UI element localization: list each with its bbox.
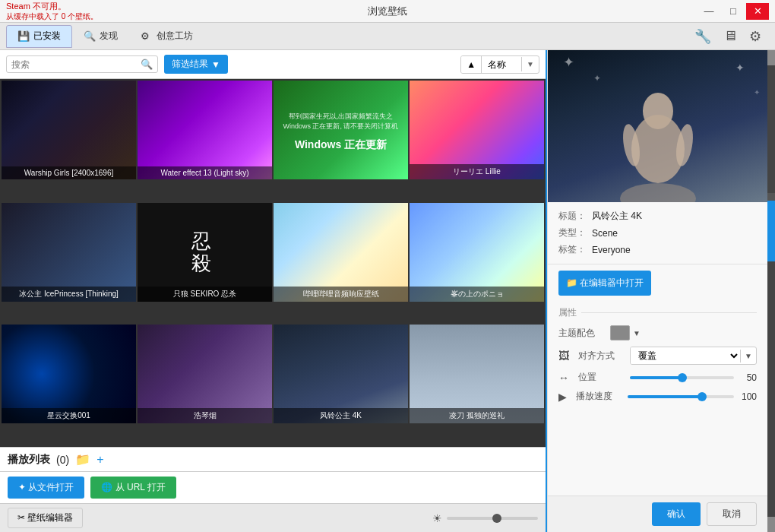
grid-item-8[interactable]: 峯の上のポニョ (410, 203, 544, 302)
playlist-area: 播放列表 (0) 📁 + (0, 447, 546, 471)
scrollbar[interactable] (767, 50, 775, 532)
tab-discover[interactable]: 🔍 发现 (72, 25, 129, 48)
settings-icon[interactable]: ⚙ (749, 28, 761, 45)
sort-select[interactable]: 名称 日期 评分 (482, 57, 521, 72)
maximize-button[interactable]: □ (722, 3, 745, 20)
brightness-slider[interactable] (447, 517, 538, 520)
confirm-button[interactable]: 确认 (652, 502, 701, 526)
main-area: 🔍 筛选结果 ▼ ▲ 名称 日期 评分 ▼ (0, 50, 775, 532)
info-title-label: 标题： (558, 210, 592, 223)
grid-item-10[interactable]: 浩琴烟 (138, 325, 272, 423)
steam-sub: 从缓存中载入了 0 个壁纸。 (6, 11, 98, 21)
from-url-button[interactable]: 🌐 从 URL 打开 (90, 477, 176, 499)
playlist-count: (0) (56, 454, 69, 466)
speed-value: 100 (739, 391, 757, 402)
figure-svg (590, 81, 726, 202)
close-button[interactable]: ✕ (746, 3, 769, 20)
grid-item-2[interactable]: Water effect 13 (Light sky) (138, 81, 272, 179)
position-label: 位置 (578, 371, 624, 384)
speed-slider[interactable] (628, 395, 734, 398)
grid-item-4[interactable]: リーリエ Lillie (410, 81, 544, 179)
installed-icon: 💾 (17, 30, 30, 43)
properties-section: 属性 主题配色 ▼ 🖼 对齐方式 (548, 302, 767, 413)
from-file-button[interactable]: ✦ 从文件打开 (8, 477, 84, 499)
brightness-icon: ☀ (432, 512, 442, 524)
wrench-icon[interactable]: 🔧 (694, 28, 711, 45)
align-select[interactable]: 覆盖 拉伸 居中 适应 (631, 347, 740, 364)
toolbar-right: 🔧 🖥 ⚙ (694, 28, 769, 45)
playlist-add-button[interactable]: + (96, 453, 103, 467)
theme-color-label: 主题配色 (558, 327, 604, 340)
swatch-arrow[interactable]: ▼ (633, 329, 641, 337)
app-container: 💾 已安装 🔍 发现 ⚙ 创意工坊 🔧 🖥 ⚙ 🔍 (0, 23, 775, 532)
info-row-type: 类型： Scene (558, 226, 757, 239)
grid-item-9[interactable]: 星云交换001 (2, 325, 136, 423)
svg-point-2 (620, 183, 696, 202)
grid-item-5[interactable]: 冰公主 IcePrincess [Thinking] (2, 203, 136, 302)
cancel-button[interactable]: 取消 (707, 502, 757, 526)
info-row-tag: 标签： Everyone (558, 243, 757, 256)
position-icon: ↔ (558, 372, 569, 384)
wallpaper-grid: Warship Girls [2400x1696] Water effect 1… (0, 79, 546, 447)
tab-discover-label: 发现 (100, 30, 118, 43)
sparkle-4: ✦ (754, 88, 760, 97)
editor-button[interactable]: ✂ 壁纸编辑器 (8, 508, 83, 528)
color-swatch-wrap: ▼ (610, 325, 641, 340)
properties-title-text: 属性 (558, 306, 577, 319)
right-scroll: 标题： 风铃公主 4K 类型： Scene 标签： Everyone 📁 在编辑… (548, 202, 767, 496)
sort-dropdown-arrow[interactable]: ▼ (521, 57, 539, 71)
grid-label-12: 凌刀 孤独的巡礼 (410, 408, 544, 423)
align-label: 对齐方式 (578, 350, 624, 363)
tab-workshop[interactable]: ⚙ 创意工坊 (129, 25, 204, 48)
grid-item-7[interactable]: 哔哩哔哩音频响应壁纸 (274, 203, 408, 302)
align-dropdown-arrow[interactable]: ▼ (740, 350, 756, 363)
search-input[interactable] (11, 59, 141, 70)
right-panel: ✦ ✦ ✦ ✦ (547, 50, 767, 532)
tab-workshop-label: 创意工坊 (157, 30, 193, 43)
grid-label-9: 星云交换001 (2, 408, 136, 423)
left-panel: 🔍 筛选结果 ▼ ▲ 名称 日期 评分 ▼ (0, 50, 547, 532)
grid-label-1: Warship Girls [2400x1696] (2, 166, 136, 179)
grid-item-12[interactable]: 凌刀 孤独的巡礼 (410, 325, 544, 423)
search-icon[interactable]: 🔍 (141, 59, 153, 70)
align-select-wrap: 覆盖 拉伸 居中 适应 ▼ (630, 347, 757, 365)
position-slider-wrap: 50 (630, 372, 757, 383)
title-bar: Steam 不可用。 从缓存中载入了 0 个壁纸。 浏览壁纸 — □ ✕ (0, 0, 775, 23)
brightness-wrap: ☀ (432, 512, 538, 524)
info-tag-label: 标签： (558, 243, 592, 256)
tab-installed[interactable]: 💾 已安装 (6, 25, 72, 48)
bottom-buttons: ✦ 从文件打开 🌐 从 URL 打开 (0, 471, 546, 503)
filter-label: 筛选结果 (172, 58, 208, 71)
window-title: 浏览壁纸 (368, 5, 407, 18)
grid-label-7: 哔哩哔哩音频响应壁纸 (274, 287, 408, 302)
info-tag-value: Everyone (592, 245, 631, 255)
sort-up-button[interactable]: ▲ (461, 56, 482, 73)
title-bar-left: Steam 不可用。 从缓存中载入了 0 个壁纸。 (6, 1, 98, 21)
monitor-icon[interactable]: 🖥 (723, 28, 737, 44)
grid-label-11: 风铃公主 4K (274, 408, 408, 423)
position-slider[interactable] (630, 376, 734, 379)
prop-row-theme-color: 主题配色 ▼ (558, 325, 757, 340)
grid-item-6[interactable]: 忍殺 只狼 SEKIRO 忍杀 (138, 203, 272, 302)
tab-installed-label: 已安装 (33, 30, 61, 43)
grid-item-3[interactable]: 帮到国家生死以,出国家频繁流失之Windows 正在更新, 请不要关闭计算机 W… (274, 81, 408, 179)
grid-label-3: Windows 正在更新 (295, 138, 387, 152)
open-editor-button[interactable]: 📁 在编辑器中打开 (558, 271, 651, 296)
grid-label-2: Water effect 13 (Light sky) (138, 166, 272, 179)
search-input-wrap: 🔍 (6, 55, 158, 73)
grid-item-1[interactable]: Warship Girls [2400x1696] (2, 81, 136, 179)
filter-button[interactable]: 筛选结果 ▼ (164, 55, 228, 74)
confirm-area: 确认 取消 (548, 496, 767, 532)
position-value: 50 (739, 372, 757, 383)
color-swatch[interactable] (610, 325, 630, 340)
grid-item-11[interactable]: 风铃公主 4K (274, 325, 408, 423)
discover-icon: 🔍 (84, 30, 96, 43)
steam-error: Steam 不可用。 (6, 1, 98, 11)
minimize-button[interactable]: — (698, 3, 720, 20)
tab-bar: 💾 已安装 🔍 发现 ⚙ 创意工坊 🔧 🖥 ⚙ (0, 23, 775, 50)
speed-slider-wrap: 100 (628, 391, 757, 402)
speed-icon: ▶ (558, 391, 567, 403)
grid-label-4: リーリエ Lillie (410, 164, 544, 179)
playlist-folder-button[interactable]: 📁 (75, 452, 90, 467)
workshop-icon: ⚙ (141, 30, 153, 43)
